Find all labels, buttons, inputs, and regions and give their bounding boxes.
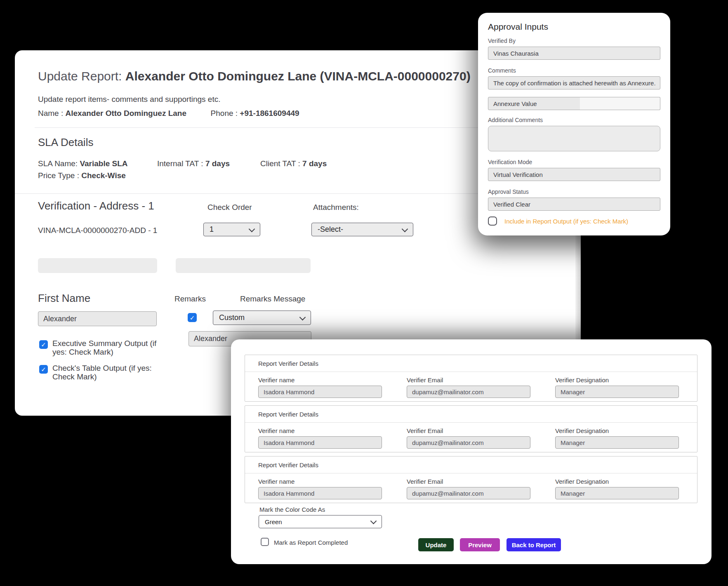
- verifier-email-label: Verifier Email: [407, 377, 443, 384]
- verifier-name-label: Verifier name: [258, 377, 294, 384]
- color-code-label: Mark the Color Code As: [259, 506, 325, 513]
- comments-input[interactable]: The copy of confirmation is attached her…: [488, 76, 660, 89]
- section-heading: Report Verifier Details: [258, 411, 318, 418]
- checkmark-icon: ✓: [41, 366, 46, 372]
- executive-summary-label: Executive Summary Output (if yes: Check …: [52, 339, 162, 356]
- chevron-down-icon: [370, 518, 377, 525]
- verified-by-value: Vinas Chaurasia: [493, 50, 539, 57]
- report-verifier-section: Report Verifier Details Verifier name Ve…: [245, 405, 697, 452]
- report-verifier-section: Report Verifier Details Verifier name Ve…: [245, 456, 697, 503]
- page-subtitle: Update report items- comments and suppor…: [38, 95, 220, 104]
- approval-status-label: Approval Status: [488, 188, 529, 195]
- color-code-select[interactable]: Green: [259, 515, 382, 528]
- name-value: Alexander Otto Dominguez Lane: [66, 109, 186, 118]
- verified-by-label: Verified By: [488, 38, 516, 44]
- verifier-designation-label: Verifier Designation: [555, 478, 609, 485]
- additional-comments-textarea[interactable]: [488, 126, 660, 151]
- contact-row: Name : Alexander Otto Dominguez Lane Pho…: [38, 109, 299, 118]
- remarks-message-label: Remarks Message: [240, 294, 305, 304]
- sla-details-heading: SLA Details: [38, 136, 93, 149]
- verification-reference: VINA-MCLA-0000000270-ADD - 1: [38, 226, 157, 235]
- additional-comments-label: Additional Comments: [488, 117, 543, 123]
- annexure-value-input[interactable]: Annexure Value: [488, 97, 580, 110]
- mark-report-completed-checkbox[interactable]: [261, 538, 269, 546]
- verifier-email-label: Verifier Email: [407, 427, 443, 434]
- first-name-heading: First Name: [38, 292, 90, 305]
- check-order-select[interactable]: 1: [203, 223, 260, 236]
- report-verifier-panel: Report Verifier Details Verifier name Ve…: [231, 339, 712, 564]
- phone-value: +91-1861609449: [240, 109, 299, 118]
- report-verifier-section: Report Verifier Details Verifier name Ve…: [245, 355, 697, 402]
- first-name-input[interactable]: Alexander: [38, 311, 157, 326]
- placeholder-field: [38, 258, 157, 273]
- verification-mode-input[interactable]: Virtual Verification: [488, 168, 660, 181]
- verifier-name-input[interactable]: Isadora Hammond: [258, 436, 382, 449]
- attachments-label: Attachments:: [313, 203, 359, 212]
- verification-heading: Verification - Address - 1: [38, 200, 154, 212]
- executive-summary-checkbox[interactable]: ✓: [39, 340, 48, 349]
- verifier-name-label: Verifier name: [258, 427, 294, 434]
- verifier-email-input[interactable]: dupamuz@mailinator.com: [407, 436, 530, 449]
- verifier-name-input[interactable]: Isadora Hammond: [258, 386, 382, 398]
- internal-tat: Internal TAT : 7 days: [157, 159, 230, 168]
- verifier-email-input[interactable]: dupamuz@mailinator.com: [407, 487, 530, 499]
- checks-table-label: Check's Table Output (if yes: Check Mark…: [52, 364, 155, 381]
- verifier-name-label: Verifier name: [258, 478, 294, 485]
- client-tat: Client TAT : 7 days: [260, 159, 327, 168]
- verifier-designation-input[interactable]: Manager: [555, 436, 679, 449]
- include-in-report-checkbox[interactable]: [488, 217, 497, 226]
- phone-label: Phone :: [211, 109, 240, 118]
- verifier-designation-label: Verifier Designation: [555, 427, 609, 434]
- sla-name: SLA Name: Variable SLA: [38, 159, 128, 168]
- divider: [245, 372, 697, 372]
- remarks-custom-value: Alexander: [194, 334, 227, 343]
- preview-button[interactable]: Preview: [460, 538, 500, 551]
- back-to-report-button[interactable]: Back to Report: [507, 538, 561, 551]
- approval-inputs-panel: Approval Inputs Verified By Vinas Chaura…: [478, 13, 670, 235]
- update-button[interactable]: Update: [418, 538, 454, 551]
- verifier-designation-input[interactable]: Manager: [555, 487, 679, 499]
- section-heading: Report Verifier Details: [258, 461, 318, 468]
- mark-report-completed-label: Mark as Report Completed: [274, 539, 348, 546]
- attachments-value: -Select-: [318, 225, 343, 234]
- approval-status-value: Verified Clear: [493, 201, 530, 208]
- include-in-report-label: Include in Report Output (if yes: Check …: [504, 218, 628, 225]
- chevron-down-icon: [249, 226, 255, 232]
- checks-table-checkbox[interactable]: ✓: [39, 365, 48, 374]
- remarks-checkbox[interactable]: ✓: [188, 313, 197, 322]
- chevron-down-icon: [402, 226, 408, 232]
- verifier-email-input[interactable]: dupamuz@mailinator.com: [407, 386, 530, 398]
- comments-value: The copy of confirmation is attached her…: [493, 80, 656, 87]
- page-title-subject: Alexander Otto Dominguez Lane (VINA-MCLA…: [125, 69, 471, 83]
- checkmark-icon: ✓: [41, 341, 46, 348]
- attachments-select[interactable]: -Select-: [311, 223, 413, 236]
- placeholder-field: [176, 258, 311, 273]
- approval-inputs-title: Approval Inputs: [488, 22, 548, 32]
- remarks-message-value: Custom: [219, 313, 245, 322]
- verifier-designation-input[interactable]: Manager: [555, 386, 679, 398]
- verifier-name-input[interactable]: Isadora Hammond: [258, 487, 382, 499]
- verification-mode-value: Virtual Verification: [493, 171, 543, 178]
- verifier-designation-label: Verifier Designation: [555, 377, 609, 384]
- remarks-message-select[interactable]: Custom: [213, 311, 311, 325]
- check-order-value: 1: [210, 225, 214, 234]
- comments-label: Comments: [488, 67, 516, 74]
- page-title: Update Report: Alexander Otto Dominguez …: [38, 69, 471, 83]
- annexure-value-text: Annexure Value: [493, 100, 537, 107]
- approval-status-input[interactable]: Verified Clear: [488, 198, 660, 211]
- checkmark-icon: ✓: [190, 315, 195, 321]
- section-heading: Report Verifier Details: [258, 360, 318, 367]
- check-order-label: Check Order: [207, 203, 252, 212]
- divider: [245, 473, 697, 473]
- remarks-label: Remarks: [174, 294, 206, 304]
- verified-by-input[interactable]: Vinas Chaurasia: [488, 47, 660, 60]
- verification-mode-label: Verification Mode: [488, 159, 532, 165]
- divider: [245, 422, 697, 423]
- annexure-extra-input[interactable]: [580, 97, 660, 110]
- price-type: Price Type : Check-Wise: [38, 171, 126, 180]
- page-title-prefix: Update Report:: [38, 69, 125, 83]
- verifier-email-label: Verifier Email: [407, 478, 443, 485]
- color-code-value: Green: [265, 518, 282, 525]
- chevron-down-icon: [299, 314, 306, 320]
- name-label: Name :: [38, 109, 66, 118]
